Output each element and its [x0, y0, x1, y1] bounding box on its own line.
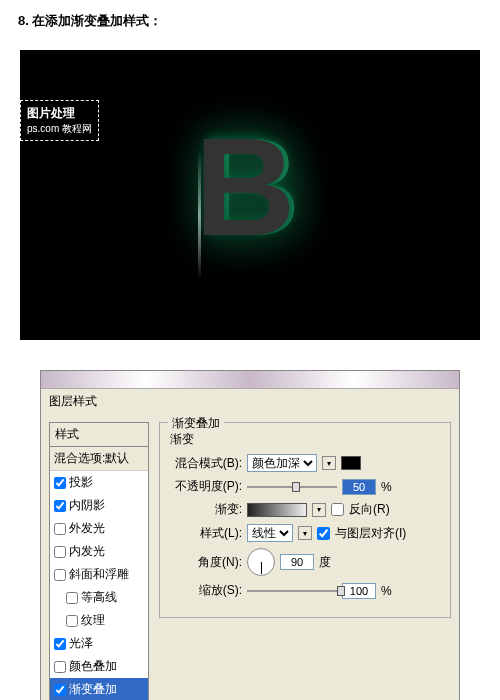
style-label: 样式(L): — [170, 525, 242, 542]
style-item-label: 纹理 — [81, 612, 105, 629]
style-item-label: 内发光 — [69, 543, 105, 560]
opacity-value[interactable]: 50 — [342, 479, 376, 495]
subsection-label: 渐变 — [170, 431, 440, 448]
style-checkbox[interactable] — [54, 638, 66, 650]
opacity-slider[interactable] — [247, 486, 337, 488]
style-item-label: 内阴影 — [69, 497, 105, 514]
style-item[interactable]: 纹理 — [50, 609, 148, 632]
settings-panel: 渐变叠加 渐变 混合模式(B): 颜色加深 ▾ 不透明度(P): 50 % 渐变… — [159, 422, 451, 700]
gradient-dropdown-icon[interactable]: ▾ — [312, 503, 326, 517]
style-checkbox[interactable] — [54, 661, 66, 673]
align-checkbox[interactable] — [317, 527, 330, 540]
style-item-label: 等高线 — [81, 589, 117, 606]
scale-slider[interactable] — [247, 590, 337, 592]
blend-default-label: 混合选项:默认 — [54, 450, 129, 467]
color-swatch[interactable] — [341, 456, 361, 470]
layer-style-dialog: 图层样式 样式 混合选项:默认 投影内阴影外发光内发光斜面和浮雕等高线纹理光泽颜… — [40, 370, 460, 700]
percent-label-2: % — [381, 584, 392, 598]
gradient-overlay-fieldset: 渐变叠加 渐变 混合模式(B): 颜色加深 ▾ 不透明度(P): 50 % 渐变… — [159, 422, 451, 618]
style-item[interactable]: 斜面和浮雕 — [50, 563, 148, 586]
watermark: 图片处理 ps.com 教程网 — [20, 100, 99, 141]
style-item-label: 外发光 — [69, 520, 105, 537]
dialog-title: 图层样式 — [41, 389, 459, 414]
preview-canvas: 图片处理 ps.com 教程网 B — [20, 50, 480, 340]
blend-mode-select[interactable]: 颜色加深 — [247, 454, 317, 472]
style-checkbox[interactable] — [54, 500, 66, 512]
degree-label: 度 — [319, 554, 331, 571]
style-item-label: 渐变叠加 — [69, 681, 117, 698]
style-item[interactable]: 外发光 — [50, 517, 148, 540]
style-item-label: 斜面和浮雕 — [69, 566, 129, 583]
section-label: 渐变叠加 — [168, 415, 224, 432]
style-dropdown-icon[interactable]: ▾ — [298, 526, 312, 540]
style-item[interactable]: 内阴影 — [50, 494, 148, 517]
styles-header: 样式 — [50, 423, 148, 447]
style-item[interactable]: 光泽 — [50, 632, 148, 655]
preview-letter: B — [199, 106, 300, 268]
style-checkbox[interactable] — [54, 546, 66, 558]
align-label: 与图层对齐(I) — [335, 525, 406, 542]
style-item-label: 光泽 — [69, 635, 93, 652]
angle-dial[interactable] — [247, 548, 275, 576]
style-item[interactable]: 内发光 — [50, 540, 148, 563]
style-item-label: 投影 — [69, 474, 93, 491]
blend-mode-label: 混合模式(B): — [170, 455, 242, 472]
style-item[interactable]: 等高线 — [50, 586, 148, 609]
reverse-checkbox[interactable] — [331, 503, 344, 516]
styles-list: 样式 混合选项:默认 投影内阴影外发光内发光斜面和浮雕等高线纹理光泽颜色叠加渐变… — [49, 422, 149, 700]
style-item[interactable]: 渐变叠加 — [50, 678, 148, 700]
opacity-label: 不透明度(P): — [170, 478, 242, 495]
scale-label: 缩放(S): — [170, 582, 242, 599]
style-checkbox[interactable] — [66, 592, 78, 604]
style-checkbox[interactable] — [54, 523, 66, 535]
style-checkbox[interactable] — [54, 569, 66, 581]
style-item-label: 颜色叠加 — [69, 658, 117, 675]
step-title: 8. 在添加渐变叠加样式： — [0, 0, 500, 42]
style-checkbox[interactable] — [66, 615, 78, 627]
angle-label: 角度(N): — [170, 554, 242, 571]
style-checkbox[interactable] — [54, 477, 66, 489]
style-select[interactable]: 线性 — [247, 524, 293, 542]
blend-options-default[interactable]: 混合选项:默认 — [50, 447, 148, 471]
gradient-preview[interactable] — [247, 503, 307, 517]
percent-label: % — [381, 480, 392, 494]
dialog-blur-bg — [41, 371, 459, 389]
gradient-label: 渐变: — [170, 501, 242, 518]
watermark-line2: ps.com 教程网 — [27, 122, 92, 136]
angle-value[interactable]: 90 — [280, 554, 314, 570]
style-item[interactable]: 投影 — [50, 471, 148, 494]
scale-value[interactable]: 100 — [342, 583, 376, 599]
dropdown-arrow-icon[interactable]: ▾ — [322, 456, 336, 470]
style-checkbox[interactable] — [54, 684, 66, 696]
style-item[interactable]: 颜色叠加 — [50, 655, 148, 678]
reverse-label: 反向(R) — [349, 501, 390, 518]
watermark-line1: 图片处理 — [27, 105, 92, 122]
